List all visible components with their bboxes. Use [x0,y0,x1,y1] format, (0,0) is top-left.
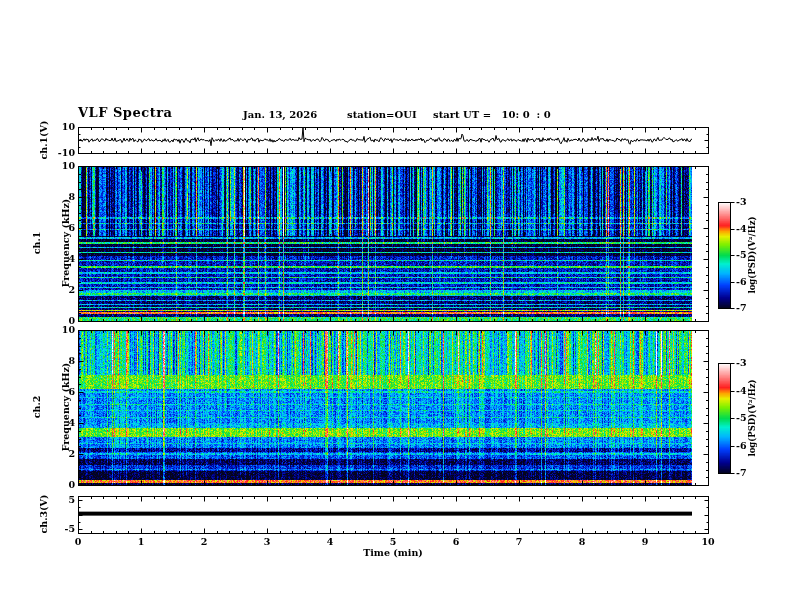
ch1-frequency-tick-label: 10 [45,161,75,171]
x-tick-label: 8 [567,537,597,547]
ch1-frequency-tick-label: 6 [45,223,75,233]
station-label: station=OUI [347,110,417,120]
colorbar-tick-label: -7 [736,303,747,313]
colorbar-tick-label: -7 [736,468,747,478]
plot-canvas [0,0,792,612]
x-tick-label: 3 [252,537,282,547]
x-tick-label: 2 [189,537,219,547]
ch2-frequency-tick-label: 0 [45,480,75,490]
ch3-voltage-tick-label: -5 [45,524,75,534]
ch2-frequency-tick-label: 4 [45,418,75,428]
ch3-voltage-tick-label: 5 [45,495,75,505]
colorbar-tick-label: -6 [736,277,747,287]
x-tick-label: 10 [693,537,723,547]
x-tick-label: 1 [126,537,156,547]
ch2-frequency-tick-label: 2 [45,449,75,459]
x-tick-label: 9 [630,537,660,547]
start-ut-label: start UT = 10: 0 : 0 [433,110,551,120]
x-tick-label: 5 [378,537,408,547]
ch1-frequency-tick-label: 4 [45,254,75,264]
colorbar-tick-label: -3 [736,197,747,207]
ch2-frequency-tick-label: 10 [45,325,75,335]
ch2-frequency-tick-label: 6 [45,387,75,397]
colorbar1-axis-label: log(PSD)(V²/Hz) [748,200,757,310]
ch1-frequency-tick-label: 2 [45,285,75,295]
date-label: Jan. 13, 2026 [243,110,317,120]
x-tick-label: 0 [63,537,93,547]
colorbar-tick-label: -4 [736,386,747,396]
ch3-voltage-axis-label: ch.3(V) [39,484,49,544]
colorbar-tick-label: -4 [736,224,747,234]
x-tick-label: 7 [504,537,534,547]
ch2-label: ch.2 [32,342,42,472]
ch1-voltage-tick-label: -10 [45,148,75,158]
colorbar-tick-label: -6 [736,441,747,451]
time-axis-label: Time (min) [343,548,443,558]
colorbar-tick-label: -3 [736,358,747,368]
colorbar-tick-label: -5 [736,250,747,260]
ch1-label: ch.1 [32,178,42,308]
colorbar2-axis-label: log(PSD)(V²/Hz) [748,363,757,473]
figure-title: VLF Spectra [78,106,172,119]
colorbar-tick-label: -5 [736,413,747,423]
vlf-spectra-figure: VLF Spectra Jan. 13, 2026 station=OUI st… [0,0,792,612]
x-tick-label: 4 [315,537,345,547]
ch1-frequency-tick-label: 8 [45,192,75,202]
x-tick-label: 6 [441,537,471,547]
ch1-voltage-tick-label: 10 [45,122,75,132]
ch2-frequency-tick-label: 8 [45,356,75,366]
